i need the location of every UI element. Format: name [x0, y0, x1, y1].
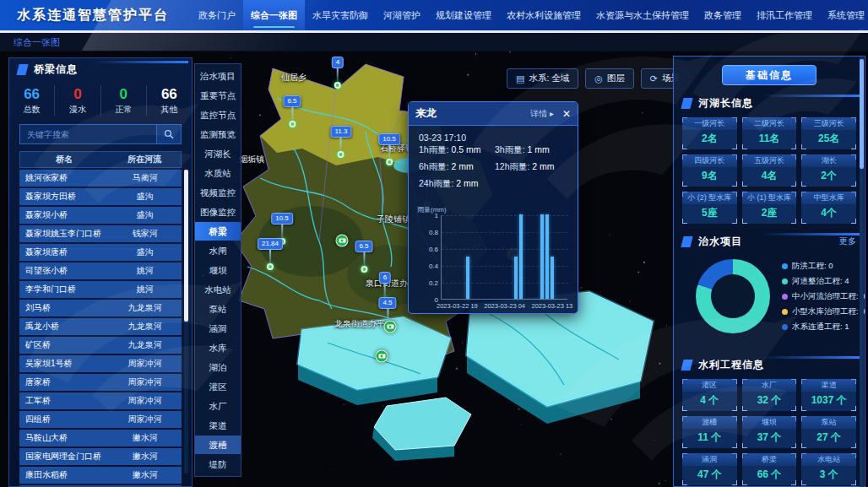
layer-menu-item[interactable]: 涵洞	[195, 319, 241, 338]
layer-menu-item[interactable]: 重要节点	[195, 86, 241, 105]
nav-tab[interactable]: 河湖管护	[376, 0, 428, 30]
map-control[interactable]: ▤水系: 全域	[507, 68, 578, 89]
camera-icon[interactable]	[384, 321, 397, 333]
river-chief-cell[interactable]: 三级河长25名	[801, 117, 856, 149]
nav-tab[interactable]: 政务门户	[191, 0, 243, 30]
basic-info-panel: 基础信息 河湖长信息 一级河长2名二级河长11名三级河长25名四级河长9名五级河…	[673, 56, 865, 487]
marker-pin	[386, 159, 393, 165]
table-row[interactable]: 国家电网理金门口桥撇水河	[19, 448, 182, 465]
search-button[interactable]	[156, 124, 182, 144]
search-input[interactable]	[19, 124, 156, 144]
table-row[interactable]: 聂家坝姚玉李门口桥钱家河	[19, 225, 182, 242]
nav-tab[interactable]: 排汛工作管理	[749, 0, 820, 30]
table-row[interactable]: 吴家坝1号桥周家冲河	[19, 355, 182, 372]
layer-menu-item[interactable]: 湖泊	[195, 358, 241, 376]
facility-cell[interactable]: 涵洞47 个	[682, 453, 737, 485]
layer-menu-item[interactable]: 监控节点	[195, 106, 241, 124]
layer-menu-item[interactable]: 渡槽	[195, 436, 241, 454]
cell-label: 水厂	[742, 379, 797, 392]
table-row[interactable]: 聂家坝方田桥盛沟	[19, 188, 182, 205]
river-chief-cell[interactable]: 湖长2个	[801, 154, 856, 187]
nav-tab[interactable]: 综合一张图	[243, 0, 305, 30]
river-chief-cell[interactable]: 二级河长11名	[742, 117, 797, 149]
layer-menu-item[interactable]: 河湖长	[195, 144, 241, 163]
water-level-marker[interactable]: 4	[332, 57, 344, 89]
table-row[interactable]: 工军桥周家冲河	[19, 392, 182, 409]
table-row[interactable]: 姚河张家桥马蔺河	[19, 170, 182, 187]
nav-tab[interactable]: 农村水利设施管理	[499, 0, 589, 30]
layer-menu-item[interactable]: 渠道	[195, 416, 241, 435]
donut-hole	[711, 274, 755, 318]
table-row[interactable]: 李学和门口桥姚河	[19, 281, 182, 298]
layer-menu-item[interactable]: 治水项目	[195, 67, 241, 85]
nav-tab[interactable]: 系统管理	[820, 0, 868, 30]
facility-cell[interactable]: 灌区4 个	[682, 379, 737, 411]
river-chief-cell[interactable]: 中型水库4个	[801, 192, 856, 224]
river-chief-cell[interactable]: 五级河长4名	[742, 154, 797, 187]
table-row[interactable]: 聂家坝小桥盛沟	[19, 207, 182, 224]
layer-menu-item[interactable]: 水质站	[195, 164, 241, 182]
table-row[interactable]: 刘马桥九龙泉河	[19, 300, 182, 317]
facility-cell[interactable]: 泵站27 个	[801, 416, 856, 448]
table-row[interactable]: 康田水稻桥撇水河	[19, 467, 182, 484]
table-row[interactable]: 四组桥周家冲河	[19, 411, 182, 428]
nav-tab[interactable]: 政务管理	[697, 0, 749, 30]
river-chief-cell[interactable]: 一级河长2名	[682, 117, 737, 149]
nav-tab[interactable]: 水资源与水土保持管理	[589, 0, 697, 30]
camera-icon[interactable]	[336, 235, 349, 247]
layer-menu-item[interactable]: 堤防	[195, 455, 241, 473]
table-row[interactable]: 矿区桥九龙泉河	[19, 337, 182, 354]
water-level-marker[interactable]: 11.3	[331, 126, 352, 158]
water-level-marker[interactable]: 10.5	[378, 133, 400, 165]
layer-menu-item[interactable]: 堰坝	[195, 261, 241, 279]
facility-cell[interactable]: 渠道1037 个	[801, 379, 856, 411]
river-chief-cell[interactable]: 小 (2) 型水库5座	[682, 192, 737, 224]
popup-detail-link[interactable]: 详情 ▸	[530, 108, 554, 120]
layer-menu-item[interactable]: 灌区	[195, 377, 241, 396]
panel-scrollbar[interactable]	[860, 57, 864, 487]
nav-tab[interactable]: 水旱灾害防御	[305, 0, 376, 30]
legend-label: 中小河流治理工程: 0	[792, 291, 865, 302]
close-icon[interactable]: ✕	[562, 109, 571, 119]
scrollbar-thumb[interactable]	[184, 170, 188, 322]
y-tick-label: 0.8	[429, 229, 438, 236]
facility-cell[interactable]: 桥梁66 个	[742, 453, 797, 485]
layer-menu-item[interactable]: 泵站	[195, 300, 241, 318]
table-row[interactable]: 马鞍山大桥撇水河	[19, 430, 182, 446]
table-scrollbar[interactable]	[184, 170, 188, 473]
layer-menu-item[interactable]: 水电站	[195, 280, 241, 299]
map-control[interactable]: ◎图层	[585, 68, 634, 89]
facility-cell[interactable]: 堰坝37 个	[742, 416, 797, 448]
river-chief-cell[interactable]: 四级河长9名	[682, 154, 737, 187]
project-title: 治水项目	[698, 235, 742, 249]
table-row[interactable]: 司望张小桥姚河	[19, 262, 182, 279]
facility-cell[interactable]: 渡槽11 个	[682, 416, 737, 448]
layer-menu-item[interactable]: 图像监控	[195, 203, 241, 221]
layer-menu-item[interactable]: 水库	[195, 338, 241, 357]
project-more-link[interactable]: 更多	[839, 235, 856, 247]
table-row[interactable]: 聂家坝唐桥盛沟	[19, 244, 182, 261]
water-level-marker[interactable]: 21.84	[258, 238, 283, 270]
layer-menu-item[interactable]: 桥梁	[195, 222, 241, 241]
legend-label: 小型水库治理工程: 0	[792, 306, 865, 317]
layer-menu-item[interactable]: 水厂	[195, 397, 241, 415]
river-chief-cell[interactable]: 小 (1) 型水库2座	[742, 192, 797, 224]
cell-value: 27 个	[801, 429, 856, 446]
breadcrumb[interactable]: 综合一张图	[14, 36, 60, 49]
layer-menu-item[interactable]: 监测预览	[195, 125, 241, 143]
table-row[interactable]: 禹龙小桥九龙泉河	[19, 318, 182, 335]
water-level-marker[interactable]: 6.5	[355, 241, 372, 273]
camera-icon[interactable]	[376, 350, 388, 363]
basic-info-button[interactable]: 基础信息	[722, 65, 816, 85]
cell-value: 66 个	[742, 466, 797, 484]
scrollbar-thumb[interactable]	[860, 59, 864, 169]
bridge-name: 马鞍山大桥	[19, 430, 109, 446]
water-level-marker[interactable]: 6.5	[283, 95, 301, 127]
table-row[interactable]: 唐家桥周家冲河	[19, 374, 182, 391]
facility-cell[interactable]: 水厂32 个	[742, 379, 797, 411]
facility-cell[interactable]: 水电站3 个	[801, 453, 856, 485]
bridge-name: 刘马桥	[19, 300, 109, 317]
layer-menu-item[interactable]: 水闸	[195, 241, 241, 260]
nav-tab[interactable]: 规划建设管理	[428, 0, 499, 30]
layer-menu-item[interactable]: 视频监控	[195, 183, 241, 202]
